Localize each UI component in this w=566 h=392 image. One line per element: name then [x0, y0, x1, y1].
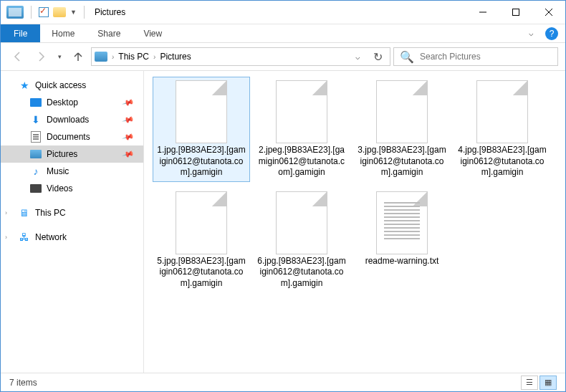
qat-divider	[31, 6, 32, 19]
large-icons-view-button[interactable]: ▦	[539, 376, 557, 390]
sidebar-this-pc[interactable]: › 🖥 This PC	[1, 204, 143, 221]
unknown-file-icon	[476, 80, 528, 143]
qat-divider-2	[84, 6, 85, 19]
sidebar-item-label: Music	[47, 166, 69, 176]
recent-dropdown-icon[interactable]: ▾	[54, 47, 65, 67]
file-name: 6.jpg.[9B83AE23].[gamigin0612@tutanota.c…	[256, 256, 347, 290]
music-icon: ♪	[29, 166, 42, 177]
unknown-file-icon	[276, 191, 327, 254]
back-button[interactable]	[8, 47, 28, 67]
file-name: 2.jpeg.[9B83AE23].[gamigin0612@tutanota.…	[256, 145, 347, 178]
pin-icon: 📌	[122, 148, 135, 161]
text-file-icon	[376, 191, 428, 254]
ribbon-collapse-icon[interactable]: ⌵	[522, 24, 541, 42]
file-item[interactable]: 1.jpg.[9B83AE23].[gamigin0612@tutanota.c…	[153, 77, 250, 182]
help-button[interactable]: ?	[545, 27, 558, 40]
svg-rect-1	[513, 9, 519, 16]
file-name: 3.jpg.[9B83AE23].[gamigin0612@tutanota.c…	[357, 145, 447, 178]
search-icon: 🔍	[400, 50, 414, 64]
window-title: Pictures	[95, 7, 125, 17]
file-name: 1.jpg.[9B83AE23].[gamigin0612@tutanota.c…	[156, 145, 246, 178]
breadcrumb-pictures[interactable]: Pictures	[160, 52, 191, 62]
navigation-toolbar: ▾ › This PC › Pictures ⌵ ↻ 🔍	[1, 43, 565, 70]
unknown-file-icon	[176, 191, 227, 254]
search-box[interactable]: 🔍	[393, 47, 558, 66]
sidebar-item-downloads[interactable]: ⬇Downloads📌	[1, 111, 143, 128]
file-item[interactable]: 4.jpg.[9B83AE23].[gamigin0612@tutanota.c…	[454, 77, 551, 182]
search-input[interactable]	[420, 52, 552, 62]
file-item[interactable]: 6.jpg.[9B83AE23].[gamigin0612@tutanota.c…	[253, 188, 350, 293]
explorer-app-icon	[6, 6, 24, 19]
file-pane[interactable]: 1.jpg.[9B83AE23].[gamigin0612@tutanota.c…	[144, 71, 565, 373]
qat-customize-icon[interactable]: ▼	[70, 9, 77, 16]
item-count: 7 items	[9, 378, 37, 388]
sidebar-item-desktop[interactable]: Desktop📌	[1, 94, 143, 111]
location-icon	[95, 52, 107, 62]
breadcrumb-this-pc[interactable]: This PC	[118, 52, 149, 62]
sidebar-network[interactable]: › 🖧 Network	[1, 229, 143, 246]
refresh-button[interactable]: ↻	[369, 50, 387, 64]
sidebar-item-label: Videos	[47, 183, 72, 193]
ribbon-tab-home[interactable]: Home	[40, 24, 86, 42]
desktop-icon	[29, 97, 42, 108]
sidebar-item-label: Desktop	[47, 97, 78, 107]
sidebar-item-videos[interactable]: Videos	[1, 180, 143, 197]
chevron-right-icon[interactable]: ›	[112, 53, 114, 61]
close-button[interactable]	[532, 1, 565, 24]
status-bar: 7 items ☰ ▦	[1, 373, 565, 391]
unknown-file-icon	[376, 80, 428, 143]
sidebar-item-pictures[interactable]: Pictures📌	[1, 145, 143, 163]
file-name: readme-warning.txt	[365, 256, 439, 267]
chevron-right-icon[interactable]: ›	[153, 53, 155, 61]
star-icon: ★	[18, 80, 31, 91]
file-name: 5.jpg.[9B83AE23].[gamigin0612@tutanota.c…	[156, 256, 246, 290]
file-item[interactable]: 2.jpeg.[9B83AE23].[gamigin0612@tutanota.…	[253, 77, 350, 182]
sidebar-item-label: Pictures	[47, 149, 77, 159]
chevron-right-icon[interactable]: ›	[5, 234, 14, 241]
file-item[interactable]: readme-warning.txt	[353, 188, 451, 293]
file-name: 4.jpg.[9B83AE23].[gamigin0612@tutanota.c…	[457, 145, 547, 178]
pin-icon: 📌	[122, 96, 135, 109]
pin-icon: 📌	[122, 113, 135, 126]
sidebar-label: Quick access	[35, 80, 86, 90]
minimize-button[interactable]	[466, 1, 499, 24]
file-item[interactable]: 3.jpg.[9B83AE23].[gamigin0612@tutanota.c…	[353, 77, 451, 182]
titlebar: ▼ Pictures	[1, 1, 565, 24]
qat-properties-icon[interactable]	[39, 7, 49, 17]
computer-icon: 🖥	[18, 207, 31, 219]
navigation-pane: ★ Quick access Desktop📌⬇Downloads📌Docume…	[1, 71, 144, 373]
address-dropdown-icon[interactable]: ⌵	[351, 52, 365, 62]
details-view-button[interactable]: ☰	[521, 376, 538, 390]
pin-icon: 📌	[122, 130, 135, 143]
ribbon: File Home Share View ⌵ ?	[1, 24, 565, 43]
sidebar-label: This PC	[35, 208, 66, 218]
sidebar-label: Network	[35, 232, 67, 242]
video-icon	[29, 183, 42, 194]
unknown-file-icon	[276, 80, 327, 143]
sidebar-item-label: Downloads	[47, 115, 89, 125]
download-icon: ⬇	[29, 114, 42, 125]
up-button[interactable]	[68, 47, 88, 67]
picture-icon	[29, 148, 42, 160]
sidebar-item-label: Documents	[47, 132, 90, 142]
forward-button[interactable]	[31, 47, 51, 67]
chevron-right-icon[interactable]: ›	[5, 209, 14, 216]
ribbon-file-tab[interactable]: File	[1, 24, 40, 42]
document-icon	[29, 131, 42, 143]
address-bar[interactable]: › This PC › Pictures ⌵ ↻	[91, 47, 390, 66]
maximize-button[interactable]	[499, 1, 532, 24]
ribbon-tab-view[interactable]: View	[132, 24, 173, 42]
file-item[interactable]: 5.jpg.[9B83AE23].[gamigin0612@tutanota.c…	[153, 188, 250, 293]
sidebar-item-music[interactable]: ♪Music	[1, 163, 143, 180]
qat-newfolder-icon[interactable]	[53, 7, 66, 17]
ribbon-tab-share[interactable]: Share	[86, 24, 132, 42]
unknown-file-icon	[176, 80, 227, 143]
sidebar-quick-access[interactable]: ★ Quick access	[1, 77, 143, 94]
network-icon: 🖧	[18, 231, 31, 243]
sidebar-item-documents[interactable]: Documents📌	[1, 128, 143, 145]
